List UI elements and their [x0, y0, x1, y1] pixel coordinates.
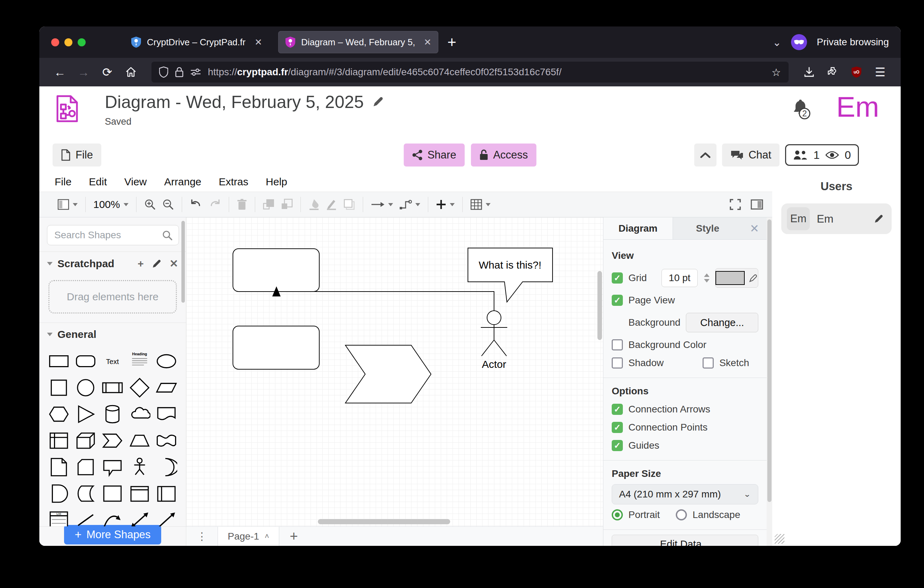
shape-cylinder[interactable] — [99, 401, 126, 427]
shadow-checkbox[interactable] — [612, 357, 623, 368]
chat-button[interactable]: Chat — [722, 144, 779, 167]
user-avatar[interactable]: Em — [836, 91, 879, 123]
format-panel-toggle-icon[interactable] — [751, 199, 763, 210]
zoom-level-menu[interactable]: 100% — [91, 197, 130, 213]
file-button[interactable]: File — [53, 144, 101, 167]
grid-color-button[interactable] — [715, 268, 758, 288]
tab-style-format[interactable]: Style — [673, 217, 742, 239]
grid-checkbox[interactable]: ✓ — [612, 273, 623, 284]
format-panel-scrollbar[interactable] — [767, 217, 772, 546]
notifications-bell-icon[interactable]: 2 — [790, 98, 811, 120]
close-format-panel-icon[interactable]: ✕ — [742, 217, 767, 239]
shape-and[interactable] — [46, 481, 72, 506]
table-menu[interactable] — [468, 197, 493, 212]
shape-circle[interactable] — [73, 375, 99, 400]
url-bar[interactable]: https://cryptpad.fr/diagram/#/3/diagram/… — [152, 62, 789, 83]
shape-list[interactable]: List — [46, 507, 72, 526]
grid-size-input[interactable]: 10 pt — [662, 269, 698, 287]
scratchpad-close-icon[interactable]: ✕ — [170, 258, 178, 269]
menu-extras[interactable]: Extras — [219, 176, 248, 188]
close-window-button[interactable] — [51, 38, 59, 46]
scratchpad-edit-pencil-icon[interactable] — [152, 258, 162, 269]
tab-diagram-format[interactable]: Diagram — [603, 217, 673, 239]
edit-data-button[interactable]: Edit Data... — [612, 535, 758, 546]
url-text[interactable]: https://cryptpad.fr/diagram/#/3/diagram/… — [208, 66, 764, 78]
access-button[interactable]: Access — [471, 144, 536, 167]
bookmark-star-icon[interactable]: ☆ — [772, 66, 781, 78]
menu-arrange[interactable]: Arrange — [164, 176, 201, 188]
undo-button[interactable] — [188, 197, 205, 212]
line-color-button[interactable] — [324, 197, 339, 213]
window-controls[interactable] — [51, 38, 86, 46]
minimize-window-button[interactable] — [64, 38, 73, 46]
shape-hexagon[interactable] — [46, 401, 72, 427]
shape-diamond[interactable] — [126, 375, 152, 400]
page-view-menu[interactable] — [55, 197, 80, 213]
diagram-canvas[interactable]: What is this?! Actor — [186, 217, 603, 526]
home-button[interactable] — [121, 62, 141, 82]
shape-heading[interactable]: Heading — [126, 349, 152, 374]
shape-parallelogram[interactable] — [153, 375, 180, 400]
menu-help[interactable]: Help — [266, 176, 287, 188]
share-button[interactable]: Share — [404, 144, 465, 167]
shape-tape[interactable] — [153, 428, 180, 453]
connection-arrows-checkbox[interactable]: ✓ — [612, 404, 623, 415]
paper-size-select[interactable]: A4 (210 mm x 297 mm) ⌄ — [612, 484, 758, 504]
forward-button[interactable]: → — [73, 62, 94, 82]
pages-menu-dots-icon[interactable]: ⋮ — [186, 527, 218, 546]
search-shapes-input[interactable] — [54, 229, 162, 241]
close-tab-icon[interactable]: ✕ — [424, 37, 431, 48]
scratchpad-collapse-caret-icon[interactable] — [47, 262, 53, 266]
general-collapse-caret-icon[interactable] — [47, 333, 53, 336]
shape-document[interactable] — [153, 401, 180, 427]
panel-resize-grip[interactable] — [775, 534, 784, 544]
collapse-toolbar-button[interactable] — [694, 144, 716, 167]
waypoints-menu[interactable] — [397, 197, 422, 212]
canvas-vertical-scrollbar[interactable] — [597, 271, 602, 340]
downloads-button[interactable] — [799, 62, 819, 82]
add-page-button[interactable]: + — [279, 527, 308, 546]
shape-square[interactable] — [46, 375, 72, 400]
grid-size-stepper[interactable] — [704, 273, 710, 282]
page-view-checkbox[interactable]: ✓ — [612, 295, 623, 306]
sidebar-scrollbar[interactable] — [182, 221, 185, 303]
ublock-origin-button[interactable]: uO — [846, 62, 866, 82]
shape-callout[interactable] — [99, 454, 126, 480]
redo-button[interactable] — [206, 197, 223, 212]
background-color-checkbox[interactable] — [612, 339, 623, 350]
zoom-window-button[interactable] — [78, 38, 86, 46]
shape-card[interactable] — [73, 454, 99, 480]
menu-view[interactable]: View — [124, 176, 147, 188]
shape-bidirectional-arrow[interactable] — [126, 507, 152, 526]
reload-button[interactable]: ⟳ — [97, 62, 117, 82]
extensions-button[interactable] — [823, 62, 843, 82]
tab-diagram[interactable]: Diagram – Wed, February 5, 202 ✕ — [278, 31, 438, 53]
background-change-button[interactable]: Change... — [686, 313, 758, 332]
shape-data-storage[interactable] — [73, 481, 99, 506]
search-shapes-box[interactable] — [47, 225, 179, 245]
portrait-radio[interactable] — [612, 509, 623, 520]
guides-checkbox[interactable]: ✓ — [612, 440, 623, 451]
page-tab[interactable]: Page-1 ˄ — [218, 527, 279, 546]
shape-link[interactable] — [73, 507, 99, 526]
scratchpad-add-icon[interactable]: + — [137, 258, 144, 269]
menu-edit[interactable]: Edit — [89, 176, 107, 188]
shape-rectangle[interactable] — [46, 349, 72, 374]
shape-directional-arrow[interactable] — [153, 507, 180, 526]
shape-or[interactable] — [153, 454, 180, 480]
menu-hamburger-button[interactable]: ☰ — [870, 62, 890, 82]
to-front-button[interactable] — [261, 197, 277, 213]
rename-pencil-icon[interactable] — [371, 96, 384, 108]
presence-indicator[interactable]: 1 0 — [785, 144, 859, 166]
shape-ellipse[interactable] — [153, 349, 180, 374]
shape-step[interactable] — [99, 428, 126, 453]
shape-actor[interactable] — [126, 454, 152, 480]
tracking-protection-shield-icon[interactable] — [159, 66, 168, 78]
permissions-icon[interactable] — [190, 68, 201, 76]
shape-horizontal-container[interactable] — [153, 481, 180, 506]
search-icon[interactable] — [162, 230, 172, 240]
shape-triangle[interactable] — [73, 401, 99, 427]
to-back-button[interactable] — [279, 197, 295, 213]
connection-style-menu[interactable] — [369, 198, 395, 211]
landscape-radio[interactable] — [676, 509, 687, 520]
